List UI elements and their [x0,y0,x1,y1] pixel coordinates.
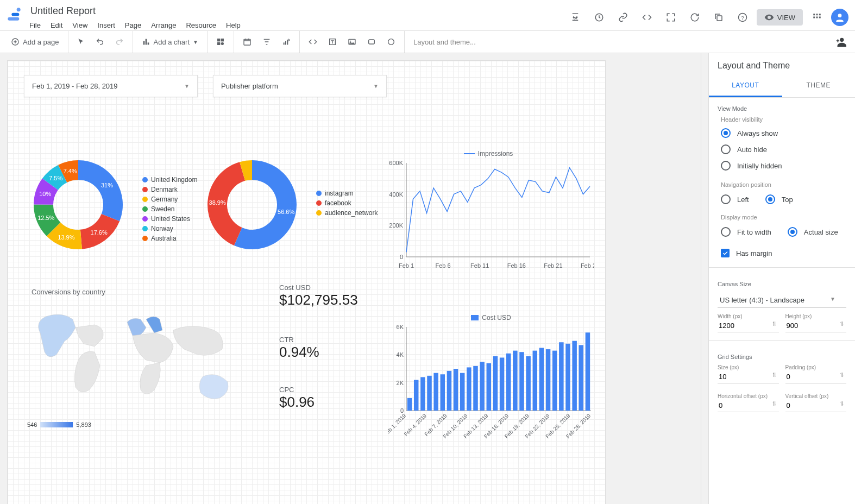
height-input[interactable] [785,319,847,332]
undo-button[interactable] [91,34,109,49]
radio-auto-hide[interactable]: Auto hide [709,141,855,158]
community-viz-icon[interactable] [212,34,229,49]
select-tool[interactable] [73,35,89,49]
filter-icon[interactable] [258,34,275,49]
ctr-scorecard[interactable]: CTR 0.94% [279,336,319,361]
svg-rect-55 [407,398,412,411]
menu-page[interactable]: Page [125,21,141,29]
grid-size-input[interactable] [718,370,779,383]
svg-point-21 [221,42,224,45]
data-control-icon[interactable] [278,34,295,49]
svg-point-13 [838,14,842,17]
copy-icon[interactable] [709,8,728,27]
panel-title: Layout and Theme [709,53,855,75]
svg-rect-57 [420,377,425,411]
add-people-button[interactable] [830,33,851,51]
history-icon[interactable] [589,8,609,27]
svg-rect-75 [539,348,544,411]
width-input[interactable] [718,319,779,332]
fullscreen-icon[interactable] [661,8,681,27]
canvas-scrollbar[interactable] [701,53,708,504]
report-title[interactable]: Untitled Report [28,4,565,18]
menu-file[interactable]: File [29,21,41,29]
section-grid-settings: Grid Settings [709,346,855,362]
menu-insert[interactable]: Insert [97,21,115,29]
svg-rect-4 [717,16,722,21]
section-canvas-size: Canvas Size [709,273,855,289]
geo-map-chart[interactable]: Conversions by country 5 [24,284,252,430]
refresh-icon[interactable] [685,8,705,27]
cost-bar-chart[interactable]: Cost USD 02K4K6KFeb 1, 2019Feb 4, 2019Fe… [388,312,594,442]
svg-rect-29 [369,40,375,44]
properties-panel: Layout and Theme LAYOUT THEME View Mode … [708,53,855,504]
rect-icon[interactable] [363,34,380,49]
menu-help[interactable]: Help [226,21,241,29]
h-offset-input[interactable] [718,399,779,412]
menu-arrange[interactable]: Arrange [151,21,176,29]
url-embed-icon[interactable] [304,34,322,49]
section-view-mode: View Mode [709,98,855,114]
v-offset-input[interactable] [785,399,847,412]
cpc-scorecard[interactable]: CPC $0.96 [279,386,315,411]
redo-button[interactable] [111,34,128,49]
svg-text:Feb 16: Feb 16 [507,262,526,269]
svg-rect-69 [500,357,505,411]
circle-icon[interactable] [382,34,400,49]
svg-text:Feb 21: Feb 21 [544,262,562,269]
apps-icon[interactable] [807,8,827,27]
label-height: Height (px) [785,313,847,319]
download-icon[interactable] [565,8,585,27]
svg-rect-78 [559,342,564,411]
legend-item: Sweden [142,204,197,214]
user-avatar[interactable] [831,9,848,26]
svg-rect-56 [414,380,419,411]
view-button[interactable]: VIEW [757,9,803,26]
menu-view[interactable]: View [72,21,87,29]
checkbox-has-margin[interactable]: Has margin [709,244,855,262]
svg-rect-79 [565,344,570,411]
impressions-line-chart[interactable]: Impressions 0200K400K600KFeb 1Feb 6Feb 1… [382,148,594,270]
add-chart-button[interactable]: Add a chart ▼ [137,34,203,49]
help-icon[interactable]: ? [733,8,752,27]
svg-point-0 [17,8,21,11]
svg-rect-62 [454,369,458,411]
date-range-icon[interactable] [238,34,256,49]
radio-initially-hidden[interactable]: Initially hidden [709,158,855,174]
radio-nav-top[interactable]: Top [765,192,793,206]
menu-edit[interactable]: Edit [51,21,62,29]
report-canvas[interactable]: Feb 1, 2019 - Feb 28, 2019▼ Publisher pl… [8,61,605,504]
radio-always-show[interactable]: Always show [709,125,855,141]
platform-donut-chart[interactable]: 56.6%38.9% instagramfacebookaudience_net… [198,142,377,267]
svg-text:6K: 6K [397,324,404,330]
radio-actual-size[interactable]: Actual size [788,225,838,239]
svg-rect-16 [145,39,147,45]
svg-text:0: 0 [400,254,403,260]
svg-rect-17 [147,42,149,45]
embed-icon[interactable] [637,8,657,27]
country-donut-chart[interactable]: 31%17.6%13.9%12.5%10%7.5%7.4% United Kin… [24,142,203,267]
text-icon[interactable] [324,34,341,49]
svg-point-28 [350,41,351,42]
cost-scorecard[interactable]: Cost USD $102,795.53 [279,284,358,308]
link-icon[interactable] [613,8,633,27]
image-icon[interactable] [343,34,361,49]
radio-fit-width[interactable]: Fit to width [721,225,771,239]
canvas-size-select[interactable]: US letter (4:3) - Landscape▼ [718,293,846,308]
tab-theme[interactable]: THEME [782,75,856,97]
canvas-area[interactable]: Feb 1, 2019 - Feb 28, 2019▼ Publisher pl… [0,53,701,504]
svg-rect-80 [572,341,577,411]
label-v-offset: Vertical offset (px) [785,393,847,399]
svg-text:600K: 600K [389,160,403,166]
svg-rect-2 [8,17,19,21]
svg-rect-25 [287,40,288,45]
add-page-button[interactable]: Add a page [7,34,64,49]
date-range-control[interactable]: Feb 1, 2019 - Feb 28, 2019▼ [24,75,198,97]
menu-resource[interactable]: Resource [186,21,216,29]
svg-rect-20 [217,42,220,45]
tab-layout[interactable]: LAYOUT [709,75,782,97]
padding-input[interactable] [785,370,847,383]
platform-filter-control[interactable]: Publisher platform▼ [213,75,387,97]
svg-rect-77 [552,351,557,411]
layout-theme-dropdown[interactable]: Layout and theme... [409,35,480,49]
radio-nav-left[interactable]: Left [721,192,749,206]
